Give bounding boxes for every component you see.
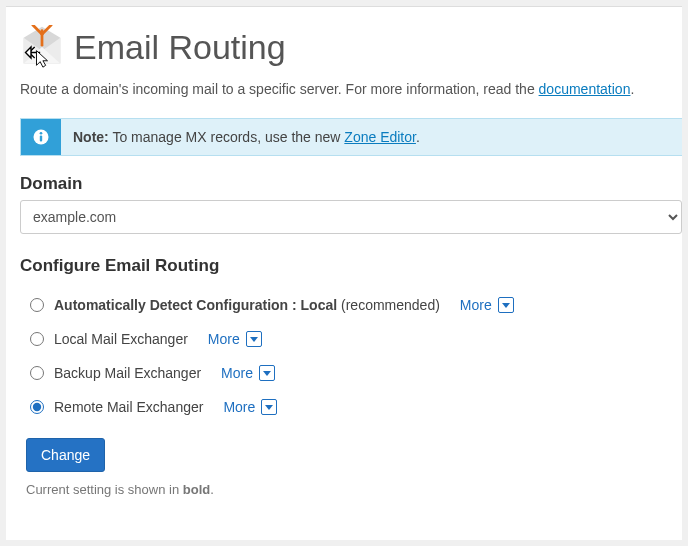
svg-marker-10: [502, 303, 510, 308]
chevron-down-icon: [261, 399, 277, 415]
svg-marker-12: [263, 371, 271, 376]
content: Email Routing Route a domain's incoming …: [6, 25, 682, 497]
routing-option-row: Automatically Detect Configuration : Loc…: [30, 288, 682, 322]
routing-option-label: Remote Mail Exchanger: [54, 399, 203, 415]
footnote-prefix: Current setting is shown in: [26, 482, 183, 497]
more-label: More: [223, 399, 255, 415]
footnote-suffix: .: [210, 482, 214, 497]
domain-select[interactable]: example.com: [20, 200, 682, 234]
routing-radio[interactable]: [30, 332, 44, 346]
zone-editor-link[interactable]: Zone Editor: [344, 129, 416, 145]
routing-option-row: Remote Mail ExchangerMore: [30, 390, 682, 424]
svg-point-8: [40, 132, 43, 135]
svg-marker-11: [250, 337, 258, 342]
configure-label: Configure Email Routing: [20, 256, 682, 276]
routing-option-label: Local Mail Exchanger: [54, 331, 188, 347]
routing-option-row: Backup Mail ExchangerMore: [30, 356, 682, 390]
svg-rect-9: [40, 136, 42, 142]
domain-label: Domain: [20, 174, 682, 194]
page-title: Email Routing: [74, 28, 286, 67]
chevron-down-icon: [246, 331, 262, 347]
more-link[interactable]: More: [223, 399, 277, 415]
svg-marker-13: [265, 405, 273, 410]
routing-options: Automatically Detect Configuration : Loc…: [30, 288, 682, 424]
alert-text: Note: To manage MX records, use the new …: [61, 119, 432, 155]
routing-option-label: Automatically Detect Configuration : Loc…: [54, 297, 440, 313]
routing-option-label: Backup Mail Exchanger: [54, 365, 201, 381]
routing-option-row: Local Mail ExchangerMore: [30, 322, 682, 356]
info-alert: Note: To manage MX records, use the new …: [20, 118, 682, 156]
info-icon: [21, 119, 61, 155]
more-link[interactable]: More: [221, 365, 275, 381]
alert-after-link: .: [416, 129, 420, 145]
email-routing-icon: [20, 25, 64, 69]
routing-radio[interactable]: [30, 366, 44, 380]
note-label: Note:: [73, 129, 109, 145]
more-label: More: [221, 365, 253, 381]
intro-suffix: .: [630, 81, 634, 97]
page-container: Email Routing Route a domain's incoming …: [6, 6, 682, 540]
routing-radio[interactable]: [30, 400, 44, 414]
alert-before-link: To manage MX records, use the new: [109, 129, 345, 145]
more-link[interactable]: More: [208, 331, 262, 347]
footnote-bold: bold: [183, 482, 210, 497]
page-header: Email Routing: [20, 25, 682, 69]
more-label: More: [208, 331, 240, 347]
intro-prefix: Route a domain's incoming mail to a spec…: [20, 81, 539, 97]
more-link[interactable]: More: [460, 297, 514, 313]
routing-radio[interactable]: [30, 298, 44, 312]
footnote: Current setting is shown in bold.: [26, 482, 682, 497]
intro-text: Route a domain's incoming mail to a spec…: [20, 79, 682, 100]
domain-select-wrap: example.com: [20, 200, 682, 234]
chevron-down-icon: [259, 365, 275, 381]
chevron-down-icon: [498, 297, 514, 313]
documentation-link[interactable]: documentation: [539, 81, 631, 97]
change-button[interactable]: Change: [26, 438, 105, 472]
more-label: More: [460, 297, 492, 313]
